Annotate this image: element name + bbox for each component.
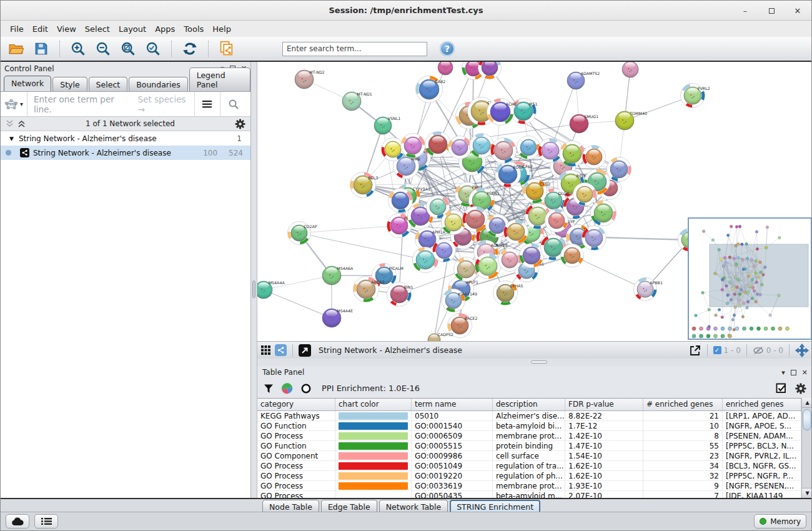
node[interactable] <box>389 189 413 213</box>
node[interactable] <box>438 62 453 75</box>
export-network-icon[interactable] <box>689 345 701 356</box>
zoom-out-icon[interactable] <box>94 39 112 58</box>
birds-eye-view[interactable] <box>688 217 812 340</box>
share-view-icon[interactable] <box>275 344 287 356</box>
column-header--enriched-genes[interactable]: # enriched genes <box>643 399 723 410</box>
tree-expand-icon[interactable]: ▼ <box>9 136 14 142</box>
node-ADAMTS2[interactable]: ADAMTS2 <box>567 71 600 89</box>
menu-item-view[interactable]: View <box>52 22 81 36</box>
node[interactable] <box>463 207 488 232</box>
node-EPHA5[interactable]: EPHA5 <box>493 281 523 305</box>
node[interactable] <box>433 239 456 262</box>
node-CADPS2[interactable]: CADPS2 <box>428 332 453 341</box>
scroll-down-icon[interactable]: ▼ <box>802 488 812 498</box>
menu-item-help[interactable]: Help <box>208 22 235 36</box>
node[interactable] <box>517 136 540 159</box>
network-canvas[interactable]: MT-ND2MT-ND1VSNL1GAB2IRS1ABCA1CHATACHEAD… <box>257 62 812 341</box>
node-BCL3[interactable]: BCL3 <box>350 172 379 198</box>
horizontal-splitter[interactable] <box>257 359 812 366</box>
splitter-handle[interactable] <box>252 280 255 298</box>
ring-chart-icon[interactable] <box>300 383 312 394</box>
network-options-gear-icon[interactable] <box>235 119 245 129</box>
tab-network[interactable]: Network <box>4 76 51 91</box>
column-header-term-name[interactable]: term name <box>412 399 493 410</box>
node-ABCA7[interactable]: ABCA7 <box>354 277 385 302</box>
network-row-selected[interactable]: String Network - Alzheimer's disease 100… <box>1 146 250 160</box>
menu-item-edit[interactable]: Edit <box>28 22 52 36</box>
column-header-enriched-genes[interactable]: enriched genes <box>723 399 801 410</box>
node[interactable] <box>401 134 425 158</box>
table-row[interactable]: GO ProcessGO:0033619membrane prot...1.93… <box>257 481 801 491</box>
node-ACHE[interactable]: ACHE <box>487 99 517 126</box>
node-CD2AP[interactable]: CD2AP <box>288 222 317 245</box>
memory-button[interactable]: Memory <box>754 514 806 529</box>
node[interactable] <box>520 244 544 268</box>
pie-chart-icon[interactable] <box>281 382 293 394</box>
node[interactable] <box>498 249 522 272</box>
node[interactable] <box>454 257 478 282</box>
refresh-icon[interactable] <box>181 39 199 58</box>
panel-float-icon[interactable] <box>791 370 796 375</box>
column-header-chart-color[interactable]: chart color <box>335 399 412 410</box>
panel-close-icon[interactable]: ✕ <box>802 369 808 377</box>
node[interactable] <box>583 146 606 169</box>
string-logo[interactable]: STRING ▾ <box>4 92 27 116</box>
save-icon[interactable] <box>32 39 51 58</box>
network-collection-row[interactable]: ▼ String Network - Alzheimer's disease 1 <box>1 131 250 146</box>
node[interactable] <box>504 220 528 244</box>
document-share-icon[interactable] <box>217 39 236 58</box>
table-row[interactable]: GO ProcessGO:0019220regulation of ph...1… <box>257 471 801 481</box>
node-MS4A4E[interactable]: MS4A4E <box>322 309 353 327</box>
table-row[interactable]: GO FunctionGO:0001540beta-amyloid bi...1… <box>257 421 801 431</box>
dropdown-caret-icon[interactable]: ▾ <box>20 101 23 107</box>
scroll-up-icon[interactable]: ▲ <box>802 398 812 408</box>
node[interactable] <box>560 141 585 167</box>
string-query-input[interactable]: Enter one term per line. Set species → <box>27 94 194 114</box>
filter-funnel-icon[interactable] <box>264 384 274 394</box>
menu-item-select[interactable]: Select <box>81 22 114 36</box>
node[interactable] <box>607 157 631 182</box>
table-scrollbar[interactable]: ▲ ▼ <box>801 398 812 498</box>
close-button[interactable]: ✕ <box>793 6 803 16</box>
vertical-splitter[interactable] <box>251 62 257 498</box>
table-row[interactable]: GO ProcessGO:0051049regulation of tra...… <box>257 461 801 471</box>
node-PVRL2[interactable]: PVRL2 <box>681 84 710 108</box>
settings-gear-icon[interactable] <box>795 383 806 394</box>
scrollbar-thumb[interactable] <box>803 409 811 430</box>
zoom-fit-icon[interactable] <box>119 39 137 58</box>
node-TOMM40[interactable]: TOMM40 <box>615 111 647 130</box>
task-list-button[interactable] <box>34 514 58 529</box>
string-search-icon[interactable] <box>220 92 247 116</box>
menu-item-layout[interactable]: Layout <box>114 22 151 36</box>
splitter-handle[interactable] <box>531 360 547 364</box>
node[interactable] <box>561 244 584 267</box>
node[interactable] <box>582 226 607 251</box>
node-BIN1[interactable]: BIN1 <box>387 282 413 307</box>
node-MT-ND1[interactable]: MT-ND1 <box>342 92 372 111</box>
node[interactable] <box>591 201 616 226</box>
open-folder-icon[interactable] <box>7 39 26 58</box>
node[interactable] <box>475 254 501 279</box>
node[interactable] <box>538 139 563 163</box>
collapse-all-icon[interactable] <box>6 120 14 127</box>
menu-item-apps[interactable]: Apps <box>151 22 179 36</box>
column-header-description[interactable]: description <box>493 399 565 410</box>
table-row[interactable]: GO ProcessGO:0006509membrane prot...1.42… <box>257 431 801 441</box>
node[interactable] <box>491 138 517 164</box>
node-VSNL1[interactable]: VSNL1 <box>374 116 400 134</box>
grid-view-icon[interactable] <box>261 345 271 355</box>
column-header-category[interactable]: category <box>257 399 335 410</box>
cloud-button[interactable] <box>6 514 29 529</box>
tab-boundaries[interactable]: Boundaries <box>129 77 187 91</box>
menu-item-tools[interactable]: Tools <box>179 22 208 36</box>
node-MT-ND2[interactable]: MT-ND2 <box>295 70 325 89</box>
set-species-hint[interactable]: Set species → <box>138 94 188 114</box>
column-header-FDR-p-value[interactable]: FDR p-value <box>565 399 643 410</box>
tab-style[interactable]: Style <box>52 77 87 91</box>
menu-item-file[interactable]: File <box>6 22 28 36</box>
maximize-button[interactable] <box>766 6 776 16</box>
table-row[interactable]: GO FunctionGO:0005515protein binding1.47… <box>257 441 801 451</box>
table-row[interactable]: GO ProcessGO:0050435beta-amyloid m...2.0… <box>257 491 801 498</box>
node[interactable] <box>442 211 466 235</box>
tab-legend-panel[interactable]: Legend Panel <box>189 67 250 91</box>
